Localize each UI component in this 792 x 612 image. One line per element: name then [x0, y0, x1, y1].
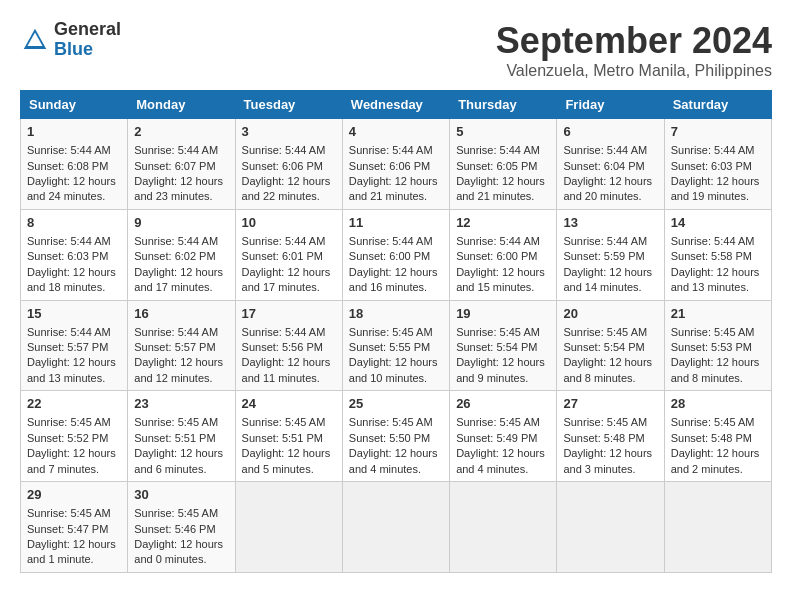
daylight-label: Daylight: 12 hours: [134, 266, 223, 278]
day-number: 25: [349, 395, 443, 413]
sunrise-label: Sunrise: 5:45 AM: [27, 507, 111, 519]
daylight-label: Daylight: 12 hours: [242, 266, 331, 278]
day-number: 15: [27, 305, 121, 323]
daylight-label: Daylight: 12 hours: [27, 356, 116, 368]
sunrise-label: Sunrise: 5:44 AM: [27, 144, 111, 156]
daylight-minutes: and 4 minutes.: [349, 463, 421, 475]
sunset-label: Sunset: 6:03 PM: [27, 250, 108, 262]
sunset-label: Sunset: 6:06 PM: [242, 160, 323, 172]
daylight-label: Daylight: 12 hours: [456, 175, 545, 187]
sunrise-label: Sunrise: 5:45 AM: [349, 416, 433, 428]
sunrise-label: Sunrise: 5:44 AM: [349, 144, 433, 156]
day-number: 23: [134, 395, 228, 413]
daylight-label: Daylight: 12 hours: [563, 175, 652, 187]
daylight-label: Daylight: 12 hours: [671, 266, 760, 278]
sunrise-label: Sunrise: 5:44 AM: [242, 144, 326, 156]
daylight-label: Daylight: 12 hours: [456, 356, 545, 368]
sunrise-label: Sunrise: 5:44 AM: [671, 144, 755, 156]
sunset-label: Sunset: 5:58 PM: [671, 250, 752, 262]
daylight-label: Daylight: 12 hours: [27, 266, 116, 278]
daylight-label: Daylight: 12 hours: [563, 266, 652, 278]
daylight-minutes: and 17 minutes.: [242, 281, 320, 293]
daylight-label: Daylight: 12 hours: [27, 447, 116, 459]
daylight-label: Daylight: 12 hours: [563, 447, 652, 459]
daylight-minutes: and 4 minutes.: [456, 463, 528, 475]
sunrise-label: Sunrise: 5:45 AM: [349, 326, 433, 338]
daylight-minutes: and 11 minutes.: [242, 372, 320, 384]
sunrise-label: Sunrise: 5:44 AM: [134, 235, 218, 247]
day-cell: 10 Sunrise: 5:44 AM Sunset: 6:01 PM Dayl…: [235, 209, 342, 300]
daylight-minutes: and 9 minutes.: [456, 372, 528, 384]
sunrise-label: Sunrise: 5:44 AM: [242, 326, 326, 338]
daylight-label: Daylight: 12 hours: [349, 447, 438, 459]
daylight-minutes: and 13 minutes.: [27, 372, 105, 384]
sunset-label: Sunset: 5:57 PM: [134, 341, 215, 353]
daylight-minutes: and 0 minutes.: [134, 553, 206, 565]
daylight-minutes: and 6 minutes.: [134, 463, 206, 475]
daylight-label: Daylight: 12 hours: [456, 266, 545, 278]
sunrise-label: Sunrise: 5:44 AM: [134, 144, 218, 156]
sunset-label: Sunset: 5:53 PM: [671, 341, 752, 353]
sunrise-label: Sunrise: 5:44 AM: [27, 326, 111, 338]
day-cell: 13 Sunrise: 5:44 AM Sunset: 5:59 PM Dayl…: [557, 209, 664, 300]
daylight-label: Daylight: 12 hours: [134, 175, 223, 187]
week-row-2: 8 Sunrise: 5:44 AM Sunset: 6:03 PM Dayli…: [21, 209, 772, 300]
sunrise-label: Sunrise: 5:44 AM: [349, 235, 433, 247]
day-number: 4: [349, 123, 443, 141]
day-cell: 11 Sunrise: 5:44 AM Sunset: 6:00 PM Dayl…: [342, 209, 449, 300]
sunset-label: Sunset: 5:48 PM: [671, 432, 752, 444]
sunrise-label: Sunrise: 5:44 AM: [242, 235, 326, 247]
sunrise-label: Sunrise: 5:44 AM: [134, 326, 218, 338]
sunrise-label: Sunrise: 5:45 AM: [563, 326, 647, 338]
sunrise-label: Sunrise: 5:44 AM: [456, 144, 540, 156]
sunset-label: Sunset: 5:51 PM: [242, 432, 323, 444]
day-cell: 15 Sunrise: 5:44 AM Sunset: 5:57 PM Dayl…: [21, 300, 128, 391]
sunset-label: Sunset: 5:51 PM: [134, 432, 215, 444]
sunrise-label: Sunrise: 5:45 AM: [563, 416, 647, 428]
daylight-minutes: and 21 minutes.: [456, 190, 534, 202]
daylight-minutes: and 10 minutes.: [349, 372, 427, 384]
day-cell: 22 Sunrise: 5:45 AM Sunset: 5:52 PM Dayl…: [21, 391, 128, 482]
day-number: 5: [456, 123, 550, 141]
day-number: 11: [349, 214, 443, 232]
col-wednesday: Wednesday: [342, 91, 449, 119]
day-cell: 28 Sunrise: 5:45 AM Sunset: 5:48 PM Dayl…: [664, 391, 771, 482]
daylight-minutes: and 17 minutes.: [134, 281, 212, 293]
sunset-label: Sunset: 5:54 PM: [456, 341, 537, 353]
daylight-label: Daylight: 12 hours: [671, 447, 760, 459]
sunset-label: Sunset: 6:05 PM: [456, 160, 537, 172]
main-title: September 2024: [496, 20, 772, 62]
daylight-label: Daylight: 12 hours: [134, 538, 223, 550]
daylight-label: Daylight: 12 hours: [134, 356, 223, 368]
logo: General Blue: [20, 20, 121, 60]
sunset-label: Sunset: 6:06 PM: [349, 160, 430, 172]
day-number: 17: [242, 305, 336, 323]
day-number: 6: [563, 123, 657, 141]
col-monday: Monday: [128, 91, 235, 119]
day-cell: 7 Sunrise: 5:44 AM Sunset: 6:03 PM Dayli…: [664, 119, 771, 210]
day-cell: 3 Sunrise: 5:44 AM Sunset: 6:06 PM Dayli…: [235, 119, 342, 210]
daylight-label: Daylight: 12 hours: [27, 538, 116, 550]
day-cell: 1 Sunrise: 5:44 AM Sunset: 6:08 PM Dayli…: [21, 119, 128, 210]
col-friday: Friday: [557, 91, 664, 119]
sunset-label: Sunset: 6:08 PM: [27, 160, 108, 172]
day-number: 2: [134, 123, 228, 141]
day-cell: 4 Sunrise: 5:44 AM Sunset: 6:06 PM Dayli…: [342, 119, 449, 210]
day-cell: 29 Sunrise: 5:45 AM Sunset: 5:47 PM Dayl…: [21, 482, 128, 573]
day-cell: 27 Sunrise: 5:45 AM Sunset: 5:48 PM Dayl…: [557, 391, 664, 482]
daylight-minutes: and 24 minutes.: [27, 190, 105, 202]
sunrise-label: Sunrise: 5:45 AM: [456, 326, 540, 338]
daylight-minutes: and 16 minutes.: [349, 281, 427, 293]
day-cell: 24 Sunrise: 5:45 AM Sunset: 5:51 PM Dayl…: [235, 391, 342, 482]
day-number: 14: [671, 214, 765, 232]
day-number: 1: [27, 123, 121, 141]
sunrise-label: Sunrise: 5:45 AM: [134, 507, 218, 519]
sunset-label: Sunset: 5:50 PM: [349, 432, 430, 444]
sunrise-label: Sunrise: 5:45 AM: [27, 416, 111, 428]
col-thursday: Thursday: [450, 91, 557, 119]
day-number: 16: [134, 305, 228, 323]
sunrise-label: Sunrise: 5:45 AM: [456, 416, 540, 428]
daylight-label: Daylight: 12 hours: [349, 356, 438, 368]
day-cell: 17 Sunrise: 5:44 AM Sunset: 5:56 PM Dayl…: [235, 300, 342, 391]
daylight-minutes: and 3 minutes.: [563, 463, 635, 475]
